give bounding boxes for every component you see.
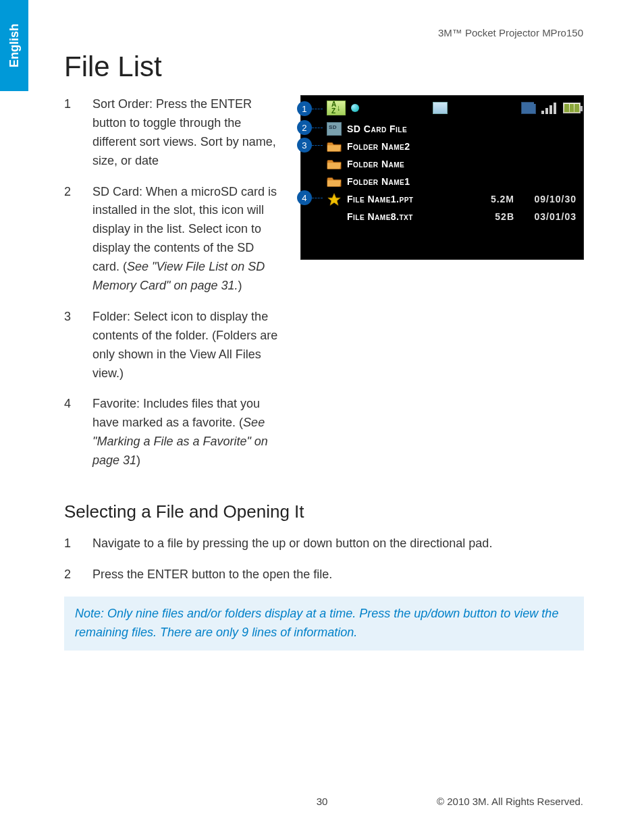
- legend-num: 2: [64, 183, 76, 296]
- legend-num: 1: [64, 95, 76, 171]
- device-row-sd[interactable]: SD Card File: [327, 120, 581, 138]
- step-num: 1: [64, 534, 76, 553]
- page-title: File List: [64, 51, 584, 83]
- legend-text: Folder: Select icon to display the conte…: [92, 308, 280, 383]
- device-status-bar: AZ↓: [327, 100, 581, 116]
- callout-1: 1: [297, 101, 323, 116]
- steps-list: 1 Navigate to a file by pressing the up …: [64, 534, 584, 584]
- legend-item: 3 Folder: Select icon to display the con…: [64, 308, 280, 383]
- callout-3: 3: [297, 138, 323, 153]
- folder-icon: [327, 157, 342, 171]
- language-tab-label: English: [7, 24, 22, 67]
- legend-item: 1 Sort Order: Press the ENTER button to …: [64, 95, 280, 171]
- step-text: Press the ENTER button to the open the f…: [92, 565, 332, 584]
- page-number: 30: [317, 796, 328, 807]
- header-product-name: 3M™ Pocket Projector MPro150: [438, 27, 583, 38]
- folder-icon: [327, 140, 342, 153]
- legend-text: Sort Order: Press the ENTER button to to…: [92, 95, 280, 171]
- step-item: 1 Navigate to a file by pressing the up …: [64, 534, 584, 553]
- copyright: © 2010 3M. All Rights Reserved.: [437, 796, 583, 807]
- sort-button[interactable]: AZ↓: [327, 101, 346, 115]
- usb-icon: [433, 102, 448, 114]
- folder-icon: [327, 175, 342, 188]
- device-row-folder[interactable]: Folder Name1: [327, 173, 581, 190]
- step-num: 2: [64, 565, 76, 584]
- legend-item: 2 SD Card: When a microSD card is instal…: [64, 183, 280, 296]
- file-list-legend: 1 Sort Order: Press the ENTER button to …: [64, 95, 280, 470]
- legend-num: 3: [64, 308, 76, 383]
- device-screenshot: 1 2 3 4 AZ↓ SD Card File: [300, 95, 584, 260]
- device-row-favorite-file[interactable]: File Name1.ppt 5.2M 09/10/30: [327, 190, 581, 208]
- blank-icon: [327, 210, 342, 223]
- indicator-dot-icon: [351, 104, 359, 112]
- device-row-folder[interactable]: Folder Name: [327, 155, 581, 173]
- sd-card-status-icon: [521, 102, 536, 114]
- battery-icon: [563, 103, 581, 113]
- step-text: Navigate to a file by pressing the up or…: [92, 534, 492, 553]
- device-row-folder[interactable]: Folder Name2: [327, 138, 581, 155]
- callout-4: 4: [297, 190, 323, 205]
- note-box: Note: Only nine files and/or folders dis…: [64, 597, 584, 651]
- callout-2: 2: [297, 120, 323, 135]
- language-tab: English: [0, 0, 28, 91]
- sd-card-icon: [327, 122, 342, 136]
- page-content: File List 1 Sort Order: Press the ENTER …: [64, 51, 584, 651]
- device-row-file[interactable]: File Name8.txt 52B 03/01/03: [327, 208, 581, 225]
- legend-text: SD Card: When a microSD card is installe…: [92, 183, 280, 296]
- legend-num: 4: [64, 395, 76, 470]
- section-heading: Selecting a File and Opening It: [64, 501, 584, 522]
- favorite-star-icon: [327, 192, 342, 206]
- legend-item: 4 Favorite: Includes files that you have…: [64, 395, 280, 470]
- legend-text: Favorite: Includes files that you have m…: [92, 395, 280, 470]
- step-item: 2 Press the ENTER button to the open the…: [64, 565, 584, 584]
- signal-icon: [541, 102, 558, 114]
